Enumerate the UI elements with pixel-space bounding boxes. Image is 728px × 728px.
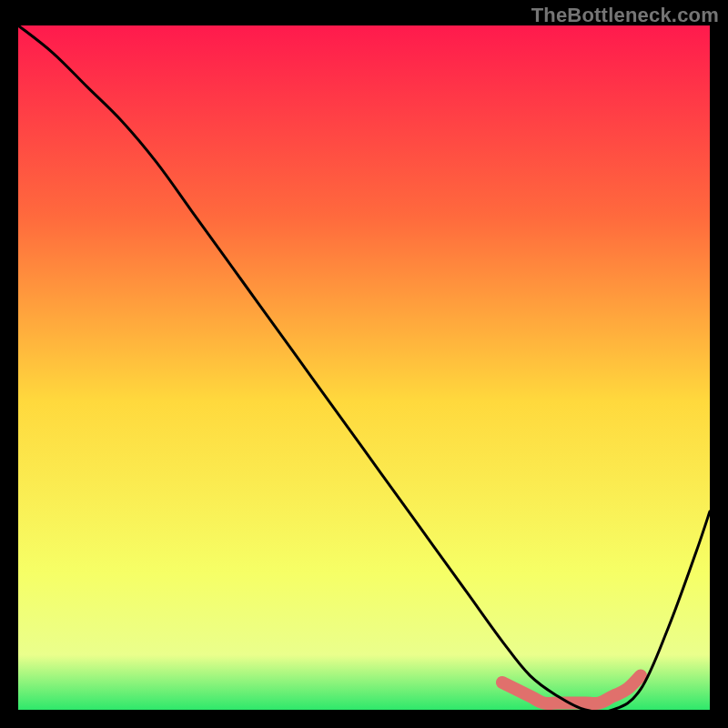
chart-svg — [18, 25, 710, 710]
watermark-text: TheBottleneck.com — [531, 4, 719, 27]
chart-frame: TheBottleneck.com — [0, 0, 728, 728]
plot-area — [18, 25, 710, 710]
gradient-fill — [18, 25, 710, 710]
